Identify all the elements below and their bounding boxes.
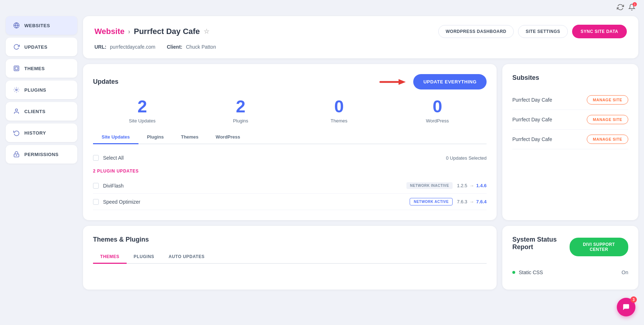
sidebar-item-label: CLIENTS [24,109,45,114]
sidebar-item-websites[interactable]: WEBSITES [6,16,77,35]
plugin-checkbox-speed-optimizer[interactable] [93,199,99,205]
stat-label-site-updates: Site Updates [93,118,191,123]
sidebar-item-label: PERMISSIONS [24,152,59,157]
plugin-checkbox-diviflash[interactable] [93,183,99,189]
subsite-name-2: Purrfect Day Cafe [512,136,552,142]
sub-tab-themes[interactable]: THEMES [93,251,127,264]
svg-point-4 [16,89,18,91]
two-col: Updates UPDATE EVERYTHING 2 Site U [83,64,638,220]
sidebar-item-history[interactable]: HISTORY [6,123,77,142]
sidebar-item-permissions[interactable]: PERMISSIONS [6,145,77,164]
plugin-updates-label: 2 PLUGIN UPDATES [93,169,487,174]
update-everything-button[interactable]: UPDATE EVERYTHING [413,74,487,89]
history-icon [13,129,20,136]
sidebar-item-label: PLUGINS [24,87,46,93]
clients-icon [13,108,20,115]
divi-support-button[interactable]: DIVI SUPPORT CENTER [570,238,628,256]
tab-plugins[interactable]: Plugins [138,131,172,144]
plugin-badge-diviflash: NETWORK INACTIVE [406,182,453,189]
refresh-icon[interactable] [617,4,624,13]
plugin-row-diviflash: DiviFlash NETWORK INACTIVE 1.2.5 → 1.4.6 [93,178,487,194]
bottom-row: Themes & Plugins THEMES PLUGINS AUTO UPD… [83,226,638,290]
notification-count: 1 [633,2,637,6]
tab-themes[interactable]: Themes [172,131,207,144]
subsites-title: Subsites [512,74,628,82]
topbar: 1 [0,0,644,16]
updates-header: Updates UPDATE EVERYTHING [93,74,487,89]
select-all-checkbox[interactable] [93,155,99,161]
chat-badge: 3 [630,296,637,303]
updates-title: Updates [93,78,118,86]
stat-number-plugins: 2 [191,98,290,115]
websites-icon [13,22,20,29]
stat-label-themes: Themes [290,118,388,123]
svg-point-6 [16,155,17,156]
sidebar-item-label: WEBSITES [24,23,50,28]
subsite-name-0: Purrfect Day Cafe [512,97,552,103]
url-value: purrfectdaycafe.com [110,44,155,50]
breadcrumb-separator: › [128,28,130,35]
stat-number-wordpress: 0 [388,98,487,115]
sync-site-data-button[interactable]: SYNC SITE DATA [572,25,627,38]
arrow-container: UPDATE EVERYTHING [379,74,487,89]
subsite-row-0: Purrfect Day Cafe MANAGE SITE [512,90,628,110]
sidebar-item-updates[interactable]: UPDATES [6,38,77,56]
chat-button[interactable]: 3 [617,298,635,316]
updates-icon [13,43,20,50]
status-label-static-css: Static CSS [512,270,543,275]
subsites-card: Subsites Purrfect Day Cafe MANAGE SITE P… [502,64,638,220]
status-row-static-css: Static CSS On [512,265,628,280]
sidebar-item-clients[interactable]: CLIENTS [6,102,77,121]
sidebar-item-plugins[interactable]: PLUGINS [6,81,77,99]
stats-row: 2 Site Updates 2 Plugins 0 Themes 0 Word… [93,98,487,123]
stat-number-themes: 0 [290,98,388,115]
sidebar-item-themes[interactable]: THEMES [6,59,77,78]
site-settings-button[interactable]: SITE SETTINGS [518,25,568,38]
plugin-badge-speed-optimizer: NETWORK ACTIVE [410,198,453,205]
svg-point-5 [15,109,18,111]
updates-tab-bar: Site Updates Plugins Themes WordPress [93,131,487,144]
themes-plugins-card: Themes & Plugins THEMES PLUGINS AUTO UPD… [83,226,497,290]
breadcrumb: Website › Purrfect Day Cafe ☆ [94,27,209,36]
app-layout: WEBSITES UPDATES THEMES PLUGINS CLIENTS [0,16,644,325]
permissions-icon [13,151,20,158]
plugin-name-diviflash: DiviFlash [103,183,402,189]
select-all-left: Select All [93,155,124,161]
breadcrumb-website: Website [94,27,125,36]
wordpress-dashboard-button[interactable]: WORDPRESS DASHBOARD [438,25,514,38]
manage-site-button-1[interactable]: MANAGE SITE [587,115,628,124]
plugins-icon [13,86,20,93]
stat-site-updates: 2 Site Updates [93,98,191,123]
header-actions: WORDPRESS DASHBOARD SITE SETTINGS SYNC S… [438,25,627,38]
svg-rect-2 [14,66,19,71]
url-meta: URL: purrfectdaycafe.com [94,44,155,50]
breadcrumb-site: Purrfect Day Cafe [134,27,200,36]
header-card: Website › Purrfect Day Cafe ☆ WORDPRESS … [83,16,638,58]
updates-selected-count: 0 Updates Selected [446,155,487,161]
subsite-row-2: Purrfect Day Cafe MANAGE SITE [512,130,628,149]
stat-number-site-updates: 2 [93,98,191,115]
subsite-name-1: Purrfect Day Cafe [512,117,552,122]
themes-plugins-tabs: THEMES PLUGINS AUTO UPDATES [93,251,487,264]
sidebar-item-label: UPDATES [24,44,48,50]
manage-site-button-2[interactable]: MANAGE SITE [587,135,628,144]
favorite-icon[interactable]: ☆ [204,28,209,35]
plugin-row-speed-optimizer: Speed Optimizer NETWORK ACTIVE 7.6.3 → 7… [93,194,487,210]
select-all-row: Select All 0 Updates Selected [93,151,487,164]
stat-label-plugins: Plugins [191,118,290,123]
header-meta: URL: purrfectdaycafe.com Client: Chuck P… [94,44,627,50]
header-top: Website › Purrfect Day Cafe ☆ WORDPRESS … [94,25,627,38]
sub-tab-plugins[interactable]: PLUGINS [127,251,162,264]
client-meta: Client: Chuck Patton [167,44,216,50]
status-value-static-css: On [621,270,628,275]
tab-wordpress[interactable]: WordPress [207,131,249,144]
themes-icon [13,65,20,72]
notification-icon[interactable]: 1 [628,4,635,13]
select-all-label: Select All [103,155,124,161]
manage-site-button-0[interactable]: MANAGE SITE [587,95,628,105]
sidebar: WEBSITES UPDATES THEMES PLUGINS CLIENTS [6,16,77,319]
system-status-title: System Status Report [512,236,570,251]
sub-tab-auto-updates[interactable]: AUTO UPDATES [161,251,212,264]
tab-site-updates[interactable]: Site Updates [93,131,138,144]
sidebar-item-label: THEMES [24,66,45,71]
